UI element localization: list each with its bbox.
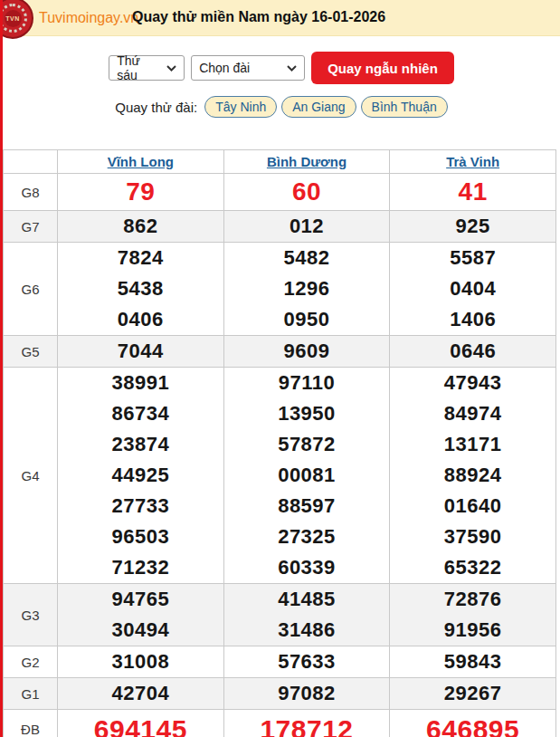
result-number: 13950 <box>224 398 390 429</box>
result-number: 694145 <box>58 710 223 737</box>
result-number: 27733 <box>58 491 223 522</box>
prize-label: ĐB <box>4 710 58 737</box>
day-select-value: Thứ sáu <box>117 53 161 82</box>
result-number: 0406 <box>58 304 223 335</box>
chevron-down-icon <box>287 65 297 72</box>
result-cell: 29267 <box>390 678 556 710</box>
result-number: 862 <box>58 211 223 242</box>
prize-label: G4 <box>4 368 58 584</box>
result-number: 925 <box>390 211 555 242</box>
result-cell: 7044 <box>58 336 224 368</box>
result-number: 86734 <box>58 398 223 429</box>
result-number: 13171 <box>390 429 555 460</box>
result-number: 38991 <box>58 368 223 398</box>
prize-row-G5: G5704496090646 <box>4 336 556 368</box>
result-number: 84974 <box>390 398 555 429</box>
result-number: 65322 <box>390 552 555 583</box>
result-number: 01640 <box>390 491 555 522</box>
result-number: 1406 <box>390 304 555 335</box>
result-cell: 38991867342387444925277339650371232 <box>58 368 224 584</box>
result-cell: 012 <box>223 211 390 243</box>
result-number: 5482 <box>224 243 390 273</box>
page-title: Quay thử miền Nam ngày 16-01-2026 <box>132 9 385 25</box>
prize-row-G8: G8796041 <box>4 174 556 211</box>
prize-label: G7 <box>4 211 58 243</box>
result-number: 96503 <box>58 522 223 552</box>
controls-row: Thứ sáu Chọn đài Quay ngẫu nhiên <box>3 52 560 84</box>
result-number: 9609 <box>224 336 390 367</box>
result-number: 41 <box>390 174 555 210</box>
prize-row-G7: G7862012925 <box>4 211 556 243</box>
result-cell: 548212960950 <box>223 243 390 336</box>
result-number: 97110 <box>224 368 390 398</box>
station-pill[interactable]: An Giang <box>281 96 356 118</box>
result-number: 5438 <box>58 273 223 304</box>
result-number: 0646 <box>390 336 555 367</box>
result-cell: 60 <box>223 174 390 211</box>
prize-label: G8 <box>4 174 58 211</box>
result-number: 88597 <box>224 491 390 522</box>
result-cell: 9476530494 <box>58 584 224 646</box>
prize-row-G3: G3947653049441485314867287691956 <box>4 584 556 646</box>
prize-label: G6 <box>4 243 58 336</box>
result-number: 97082 <box>224 678 390 709</box>
prize-row-G1: G1427049708229267 <box>4 678 556 710</box>
result-cell: 79 <box>58 174 224 211</box>
prize-row-G6: G6782454380406548212960950558704041406 <box>4 243 556 336</box>
column-link-vinh-long[interactable]: Vĩnh Long <box>108 154 174 169</box>
result-cell: 97082 <box>223 678 390 710</box>
result-number: 94765 <box>58 584 223 615</box>
result-number: 646895 <box>390 710 555 737</box>
result-number: 47943 <box>390 368 555 398</box>
result-number: 1296 <box>224 273 390 304</box>
result-number: 30494 <box>58 615 223 646</box>
result-cell: 694145 <box>58 710 224 737</box>
result-number: 60 <box>224 174 390 210</box>
result-number: 012 <box>224 211 390 242</box>
result-number: 57633 <box>224 646 390 677</box>
result-cell: 558704041406 <box>390 243 556 336</box>
result-number: 79 <box>58 174 223 210</box>
corner-cell <box>4 150 58 174</box>
logo-text: TVN <box>5 10 22 27</box>
prize-label: G3 <box>4 584 58 646</box>
result-number: 178712 <box>224 710 390 737</box>
prize-row-G2: G2310085763359843 <box>4 646 556 678</box>
site-logo-icon[interactable]: TVN <box>0 0 33 39</box>
prize-row-ĐB: ĐB694145178712646895 <box>4 710 556 737</box>
random-spin-button[interactable]: Quay ngẫu nhiên <box>311 52 454 84</box>
station-select[interactable]: Chọn đài <box>191 55 305 81</box>
station-pill[interactable]: Bình Thuận <box>361 96 448 118</box>
top-bar: TVN Tuvimoingay.vn Quay thử miền Nam ngà… <box>3 0 560 36</box>
result-number: 7044 <box>58 336 223 367</box>
station-pill[interactable]: Tây Ninh <box>204 96 277 118</box>
site-name-link[interactable]: Tuvimoingay.vn <box>39 10 138 26</box>
result-number: 5587 <box>390 243 555 273</box>
chevron-down-icon <box>166 65 176 72</box>
results-table: Vĩnh Long Bình Dương Trà Vinh G8796041G7… <box>3 149 556 737</box>
day-select[interactable]: Thứ sáu <box>109 55 185 81</box>
result-cell: 31008 <box>58 646 224 678</box>
result-cell: 7287691956 <box>390 584 556 646</box>
trial-station-label: Quay thử đài: <box>115 100 197 115</box>
result-cell: 97110139505787200081885972732560339 <box>223 368 390 584</box>
result-cell: 9609 <box>223 336 390 368</box>
column-link-binh-duong[interactable]: Bình Dương <box>267 154 346 169</box>
result-number: 27325 <box>224 522 390 552</box>
result-cell: 4148531486 <box>223 584 390 646</box>
result-number: 91956 <box>390 615 555 646</box>
table-header-row: Vĩnh Long Bình Dương Trà Vinh <box>4 150 556 174</box>
result-cell: 646895 <box>390 710 556 737</box>
logo-ring: TVN <box>0 4 27 33</box>
result-number: 57872 <box>224 429 390 460</box>
result-number: 31486 <box>224 615 390 646</box>
result-number: 29267 <box>390 678 555 709</box>
result-number: 72876 <box>390 584 555 615</box>
result-number: 37590 <box>390 522 555 552</box>
prize-label: G2 <box>4 646 58 678</box>
result-number: 88924 <box>390 460 555 491</box>
result-cell: 782454380406 <box>58 243 224 336</box>
result-number: 0950 <box>224 304 390 335</box>
column-link-tra-vinh[interactable]: Trà Vinh <box>446 154 499 169</box>
result-cell: 925 <box>390 211 556 243</box>
